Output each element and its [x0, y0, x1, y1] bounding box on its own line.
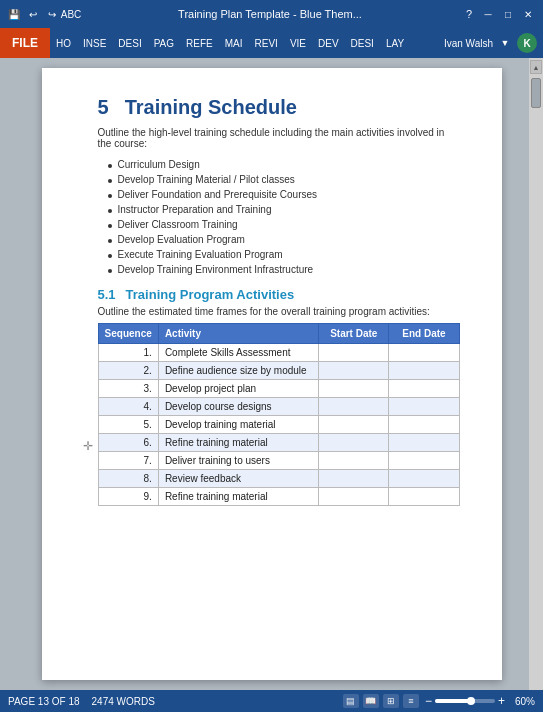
tab-home[interactable]: HO	[50, 28, 77, 58]
tab-references[interactable]: REFE	[180, 28, 219, 58]
help-icon[interactable]: ?	[461, 6, 477, 22]
bullet-dot	[108, 194, 112, 198]
table-row: 1. Complete Skills Assessment	[98, 344, 459, 362]
file-tab[interactable]: FILE	[0, 28, 50, 58]
sub-section-title: Training Program Activities	[126, 287, 295, 302]
table-cell-start	[319, 380, 389, 398]
table-cell-start	[319, 452, 389, 470]
redo-icon[interactable]: ↪	[44, 6, 60, 22]
table-cell-activity: Refine training material	[158, 434, 318, 452]
outline-text: Outline the high-level training schedule…	[98, 127, 460, 149]
table-cell-start	[319, 398, 389, 416]
table-row: 5. Develop training material	[98, 416, 459, 434]
table-cell-start	[319, 344, 389, 362]
bullet-dot	[108, 239, 112, 243]
title-bar: 💾 ↩ ↪ ABC Training Plan Template - Blue …	[0, 0, 543, 28]
table-cell-end	[389, 398, 459, 416]
scroll-thumb[interactable]	[531, 78, 541, 108]
tab-layout[interactable]: LAY	[380, 28, 410, 58]
list-item: Develop Training Environment Infrastruct…	[108, 262, 460, 277]
table-cell-activity: Deliver training to users	[158, 452, 318, 470]
table-row: 9. Refine training material	[98, 488, 459, 506]
table-cell-seq: 7.	[98, 452, 158, 470]
close-button[interactable]: ✕	[519, 6, 537, 22]
window-title: Training Plan Template - Blue Them...	[99, 8, 441, 20]
read-view-icon[interactable]: 📖	[363, 694, 379, 708]
table-cell-end	[389, 470, 459, 488]
bullet-list: Curriculum Design Develop Training Mater…	[108, 157, 460, 277]
table-row: 4. Develop course designs	[98, 398, 459, 416]
tab-dev[interactable]: DEV	[312, 28, 345, 58]
spellcheck-icon[interactable]: ABC	[63, 6, 79, 22]
table-cell-seq: 3.	[98, 380, 158, 398]
table-cell-seq: 6.	[98, 434, 158, 452]
print-view-icon[interactable]: ▤	[343, 694, 359, 708]
table-cell-seq: 5.	[98, 416, 158, 434]
status-bar: PAGE 13 OF 18 2474 WORDS ▤ 📖 ⊞ ≡ − + 60%	[0, 690, 543, 712]
web-view-icon[interactable]: ⊞	[383, 694, 399, 708]
section-heading: 5 Training Schedule	[98, 96, 460, 119]
table-row: 7. Deliver training to users	[98, 452, 459, 470]
tab-view[interactable]: VIE	[284, 28, 312, 58]
tab-design2[interactable]: DESI	[345, 28, 380, 58]
table-cell-activity: Define audience size by module	[158, 362, 318, 380]
activity-table: Sequence Activity Start Date End Date 1.…	[98, 323, 460, 506]
page[interactable]: 5 Training Schedule Outline the high-lev…	[42, 68, 502, 680]
table-cell-activity: Develop project plan	[158, 380, 318, 398]
table-row: 8. Review feedback	[98, 470, 459, 488]
table-cell-activity: Review feedback	[158, 470, 318, 488]
table-cell-activity: Refine training material	[158, 488, 318, 506]
word-count: 2474 WORDS	[92, 696, 155, 707]
table-move-handle[interactable]: ✛	[82, 440, 94, 452]
tab-review[interactable]: REVI	[249, 28, 284, 58]
undo-icon[interactable]: ↩	[25, 6, 41, 22]
list-item: Deliver Foundation and Prerequisite Cour…	[108, 187, 460, 202]
bullet-dot	[108, 224, 112, 228]
zoom-in-button[interactable]: +	[498, 694, 505, 708]
document-area: 5 Training Schedule Outline the high-lev…	[0, 58, 543, 690]
ribbon-tabs: FILE HO INSE DESI PAG REFE MAI REVI VIE …	[0, 28, 543, 58]
save-icon[interactable]: 💾	[6, 6, 22, 22]
zoom-bar: − +	[425, 694, 505, 708]
maximize-button[interactable]: □	[499, 6, 517, 22]
col-end-date: End Date	[389, 324, 459, 344]
ribbon-right: Ivan Walsh ▼ K	[444, 28, 543, 58]
col-activity: Activity	[158, 324, 318, 344]
table-cell-start	[319, 416, 389, 434]
section-title: Training Schedule	[125, 96, 297, 119]
outline-view-icon[interactable]: ≡	[403, 694, 419, 708]
ribbon: FILE HO INSE DESI PAG REFE MAI REVI VIE …	[0, 28, 543, 58]
tab-mailings[interactable]: MAI	[219, 28, 249, 58]
minimize-button[interactable]: ─	[479, 6, 497, 22]
list-item: Execute Training Evaluation Program	[108, 247, 460, 262]
scroll-up-arrow[interactable]: ▲	[530, 60, 542, 74]
page-count: PAGE 13 OF 18	[8, 696, 80, 707]
table-cell-activity: Develop course designs	[158, 398, 318, 416]
zoom-out-button[interactable]: −	[425, 694, 432, 708]
vertical-scrollbar[interactable]: ▲	[529, 58, 543, 690]
tab-insert[interactable]: INSE	[77, 28, 112, 58]
col-start-date: Start Date	[319, 324, 389, 344]
dropdown-icon[interactable]: ▼	[497, 35, 513, 51]
sub-section-number: 5.1	[98, 287, 116, 302]
user-avatar[interactable]: K	[517, 33, 537, 53]
table-cell-end	[389, 452, 459, 470]
list-item: Instructor Preparation and Training	[108, 202, 460, 217]
tab-page[interactable]: PAG	[148, 28, 180, 58]
table-cell-end	[389, 362, 459, 380]
list-item: Curriculum Design	[108, 157, 460, 172]
zoom-track[interactable]	[435, 699, 495, 703]
tab-design[interactable]: DESI	[112, 28, 147, 58]
table-row: 2. Define audience size by module	[98, 362, 459, 380]
list-item: Develop Evaluation Program	[108, 232, 460, 247]
table-cell-end	[389, 434, 459, 452]
bullet-dot	[108, 269, 112, 273]
table-cell-activity: Complete Skills Assessment	[158, 344, 318, 362]
table-cell-seq: 9.	[98, 488, 158, 506]
table-cell-start	[319, 362, 389, 380]
zoom-thumb[interactable]	[467, 697, 475, 705]
table-cell-seq: 1.	[98, 344, 158, 362]
table-header-row: Sequence Activity Start Date End Date	[98, 324, 459, 344]
table-cell-end	[389, 344, 459, 362]
table-cell-seq: 8.	[98, 470, 158, 488]
